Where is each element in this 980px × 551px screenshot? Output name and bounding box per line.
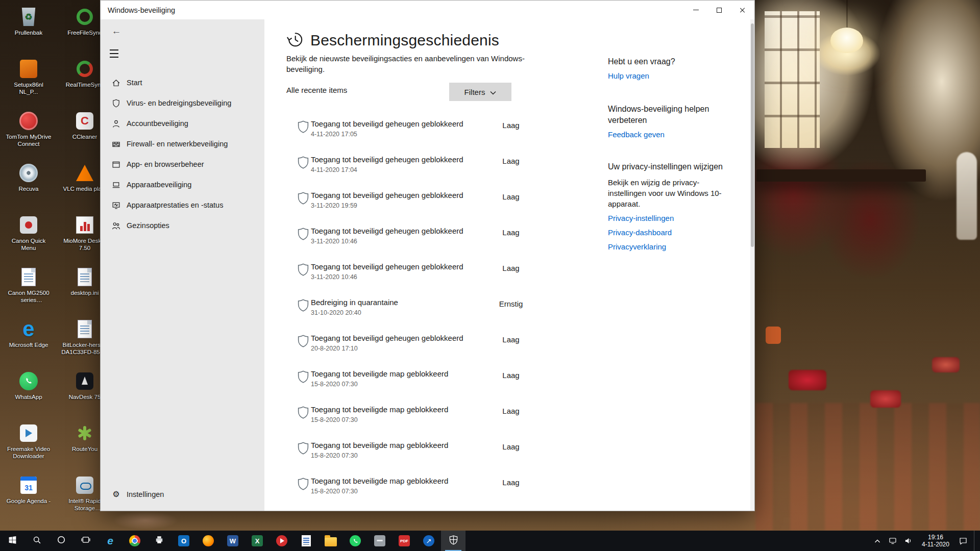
desktop-icon-label: Canon MG2500 series Schermhan... bbox=[5, 289, 53, 304]
event-row[interactable]: Toegang tot beveiligd geheugen geblokkee… bbox=[286, 115, 572, 151]
help-panel: Hebt u een vraag? Hulp vragen Windows-be… bbox=[608, 56, 734, 252]
desktop-icon-edge[interactable]: e Microsoft Edge bbox=[4, 318, 53, 370]
taskbar-app-whatsapp[interactable] bbox=[343, 531, 368, 551]
network-icon[interactable] bbox=[888, 536, 897, 545]
sidebar-item-app-browser[interactable]: App- en browserbeheer bbox=[101, 154, 264, 174]
taskbar-app-gray-utility[interactable] bbox=[368, 531, 392, 551]
desktop-icon-setup[interactable]: Setupx86nl NL_P... bbox=[4, 58, 53, 110]
privacy-statement-link[interactable]: Privacyverklaring bbox=[608, 241, 734, 252]
sidebar-item-gezinsopties[interactable]: Gezinsopties bbox=[101, 215, 264, 236]
titlebar[interactable]: Windows-beveiliging bbox=[101, 1, 754, 19]
maximize-button[interactable] bbox=[707, 1, 731, 19]
event-severity: Laag bbox=[491, 407, 531, 415]
task-view-button[interactable] bbox=[74, 531, 98, 551]
pdf-icon: PDF bbox=[399, 535, 410, 546]
volume-icon[interactable] bbox=[903, 536, 913, 545]
photo-cup bbox=[766, 327, 781, 344]
taskbar-app-excel[interactable]: X bbox=[245, 531, 270, 551]
shield-icon bbox=[298, 299, 309, 314]
sidebar-nav: Start Virus- en bedreigingsbeveiliging A… bbox=[101, 72, 264, 236]
event-date: 4-11-2020 17:05 bbox=[311, 131, 357, 138]
taskbar-app-printer[interactable] bbox=[147, 531, 172, 551]
page-description: Bekijk de nieuwste beveiligingsacties en… bbox=[286, 53, 531, 74]
event-row[interactable]: Toegang tot beveiligde map geblokkeerd 1… bbox=[286, 365, 572, 401]
hidden-icons-chevron[interactable] bbox=[873, 536, 882, 545]
laptop-icon bbox=[112, 181, 120, 189]
taskbar-app-remote[interactable]: ↗ bbox=[416, 531, 441, 551]
desktop-icon-tomtom[interactable]: TomTom MyDrive Connect bbox=[4, 110, 53, 162]
menu-toggle-button[interactable] bbox=[110, 48, 123, 59]
scrollbar[interactable] bbox=[750, 19, 754, 511]
event-row[interactable]: Toegang tot beveiligd geheugen geblokkee… bbox=[286, 151, 572, 187]
scrollbar-thumb[interactable] bbox=[751, 23, 754, 247]
taskbar-app-internet-explorer[interactable]: e bbox=[98, 531, 122, 551]
sidebar-item-instellingen[interactable]: ⚙ Instellingen bbox=[101, 484, 264, 505]
event-row[interactable]: Toegang tot beveiligde map geblokkeerd 1… bbox=[286, 401, 572, 437]
search-button[interactable] bbox=[24, 531, 49, 551]
desktop-icon-freemake[interactable]: Freemake Video Downloader bbox=[4, 422, 53, 474]
feedback-link[interactable]: Feedback geven bbox=[608, 130, 734, 139]
taskbar-app-outlook[interactable]: O bbox=[172, 531, 196, 551]
show-desktop-button[interactable] bbox=[974, 531, 977, 551]
event-severity: Laag bbox=[491, 478, 531, 487]
app-window-icon bbox=[112, 160, 120, 169]
desktop-icon-whatsapp[interactable]: WhatsApp bbox=[4, 370, 53, 422]
event-row[interactable]: Toegang tot beveiligd geheugen geblokkee… bbox=[286, 222, 572, 258]
sync-ring-icon bbox=[77, 61, 93, 77]
privacy-dashboard-link[interactable]: Privacy-dashboard bbox=[608, 227, 734, 238]
cortana-icon bbox=[57, 535, 66, 546]
event-severity: Laag bbox=[491, 192, 531, 201]
action-center-icon[interactable] bbox=[959, 536, 968, 545]
scope-label: Alle recente items bbox=[286, 86, 347, 94]
utility-app-icon bbox=[374, 535, 385, 546]
start-button[interactable] bbox=[0, 531, 24, 551]
word-icon: W bbox=[227, 535, 238, 546]
taskbar-app-chrome[interactable] bbox=[122, 531, 147, 551]
event-row[interactable]: Bedreiging in quarantaine 31-10-2020 20:… bbox=[286, 294, 572, 330]
taskbar-clock[interactable]: 19:16 4-11-2020 bbox=[919, 534, 952, 548]
filters-button[interactable]: Filters bbox=[449, 83, 511, 101]
desktop-icon-canon-document[interactable]: Canon MG2500 series Schermhan... bbox=[4, 266, 53, 318]
event-row[interactable]: Toegang tot beveiligd geheugen geblokkee… bbox=[286, 330, 572, 365]
shield-icon bbox=[298, 228, 309, 242]
chrome-icon bbox=[129, 535, 140, 546]
event-severity: Laag bbox=[491, 371, 531, 380]
taskbar-app-firefox[interactable] bbox=[196, 531, 220, 551]
desktop-icon-google-agenda[interactable]: 31 Google Agenda - bbox=[4, 474, 53, 527]
desktop-icon-prullenbak[interactable]: ♻ Prullenbak bbox=[4, 6, 53, 58]
taskbar-app-media-player[interactable] bbox=[270, 531, 294, 551]
taskbar-app-pdf[interactable]: PDF bbox=[392, 531, 416, 551]
shield-icon bbox=[298, 335, 309, 349]
document-icon bbox=[78, 268, 92, 286]
event-date: 15-8-2020 07:30 bbox=[311, 488, 358, 495]
taskbar-app-word[interactable]: W bbox=[220, 531, 245, 551]
sidebar-item-firewall-netwerk[interactable]: Firewall- en netwerkbeveiliging bbox=[101, 134, 264, 154]
desktop-icon-recuva[interactable]: Recuva bbox=[4, 162, 53, 214]
help-question-link[interactable]: Hulp vragen bbox=[608, 71, 734, 80]
taskbar-app-document[interactable] bbox=[294, 531, 318, 551]
internet-explorer-icon: e bbox=[107, 535, 113, 547]
close-button[interactable] bbox=[731, 1, 754, 19]
sidebar-item-apparaatprestaties[interactable]: Apparaatprestaties en -status bbox=[101, 195, 264, 215]
taskbar: e O W X PDF ↗ bbox=[0, 531, 980, 551]
cortana-button[interactable] bbox=[49, 531, 74, 551]
event-row[interactable]: Toegang tot beveiligd geheugen geblokkee… bbox=[286, 258, 572, 294]
sidebar-item-virus-bedreiging[interactable]: Virus- en bedreigingsbeveiliging bbox=[101, 93, 264, 113]
event-row[interactable]: Toegang tot beveiligde map geblokkeerd 1… bbox=[286, 472, 572, 508]
minimize-button[interactable] bbox=[684, 1, 707, 19]
event-date: 15-8-2020 07:30 bbox=[311, 416, 358, 423]
privacy-settings-link[interactable]: Privacy-instellingen bbox=[608, 213, 734, 223]
sidebar-item-start[interactable]: Start bbox=[101, 72, 264, 93]
sidebar-item-apparaatbeveiliging[interactable]: Apparaatbeveiliging bbox=[101, 174, 264, 195]
event-severity: Laag bbox=[491, 442, 531, 451]
taskbar-app-windows-security[interactable] bbox=[441, 531, 465, 551]
desktop-icon-canon-quick-menu[interactable]: Canon Quick Menu bbox=[4, 214, 53, 266]
sidebar-item-accountbeveiliging[interactable]: Accountbeveiliging bbox=[101, 113, 264, 134]
shield-icon bbox=[298, 406, 309, 421]
taskbar-app-file-explorer[interactable] bbox=[318, 531, 343, 551]
maximize-icon bbox=[717, 8, 722, 13]
event-title: Toegang tot beveiligd geheugen geblokkee… bbox=[311, 119, 463, 128]
event-row[interactable]: Toegang tot beveiligde map geblokkeerd 1… bbox=[286, 437, 572, 472]
back-button[interactable]: ← bbox=[108, 23, 125, 39]
event-row[interactable]: Toegang tot beveiligd geheugen geblokkee… bbox=[286, 187, 572, 222]
